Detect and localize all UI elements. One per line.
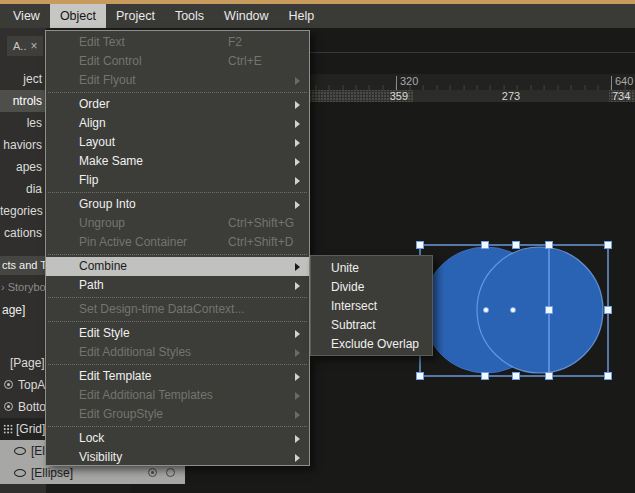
object-menu-item-edit-additional-styles: Edit Additional Styles: [46, 343, 309, 362]
eye-icon[interactable]: [4, 380, 13, 389]
object-dropdown-menu: Edit TextF2Edit ControlCtrl+EEdit Flyout…: [45, 30, 310, 466]
menu-item-label: Flip: [79, 171, 98, 190]
ellipse-shape-2[interactable]: [477, 247, 603, 373]
submenu-arrow-icon: [295, 373, 300, 381]
menubar-item-object[interactable]: Object: [50, 4, 106, 28]
row-toggle-icons: [148, 468, 175, 477]
submenu-arrow-icon: [295, 349, 300, 357]
object-menu-item-edit-text: Edit TextF2: [46, 33, 309, 52]
menubar-item-view[interactable]: View: [3, 4, 50, 28]
object-menu-item-group-into[interactable]: Group Into: [46, 195, 309, 214]
menubar-item-window[interactable]: Window: [214, 4, 278, 28]
assets-panel-tab[interactable]: A.. ×: [7, 36, 43, 56]
menu-item-label: Edit GroupStyle: [79, 405, 163, 424]
menu-item-label: Layout: [79, 133, 115, 152]
combine-submenu-item-intersect[interactable]: Intersect: [311, 297, 432, 316]
menu-item-label: Edit Additional Templates: [79, 386, 213, 405]
combine-submenu-item-exclude-overlap[interactable]: Exclude Overlap: [311, 335, 432, 354]
object-menu-item-layout[interactable]: Layout: [46, 133, 309, 152]
menu-separator: [48, 426, 307, 427]
objects-row-label: [Page]: [10, 352, 45, 374]
object-menu-item-edit-control: Edit ControlCtrl+E: [46, 52, 309, 71]
submenu-arrow-icon: [295, 201, 300, 209]
storyboard-picker[interactable]: › Storybo: [0, 280, 47, 295]
submenu-arrow-icon: [295, 411, 300, 419]
submenu-arrow-icon: [295, 330, 300, 338]
menu-item-label: Edit Flyout: [79, 71, 136, 90]
submenu-arrow-icon: [295, 139, 300, 147]
menubar-item-help[interactable]: Help: [279, 4, 325, 28]
menu-item-shortcut: Ctrl+Shift+D: [228, 233, 293, 252]
menu-item-shortcut: Ctrl+Shift+G: [228, 214, 294, 233]
menu-separator: [48, 254, 307, 255]
object-menu-item-combine[interactable]: Combine: [46, 257, 309, 276]
eye-icon[interactable]: [4, 402, 13, 411]
submenu-arrow-icon: [295, 392, 300, 400]
assets-item-tegories[interactable]: tegories: [0, 200, 46, 222]
submenu-arrow-icon: [295, 263, 300, 271]
menu-item-label: Order: [79, 95, 110, 114]
object-menu-item-path[interactable]: Path: [46, 276, 309, 295]
submenu-arrow-icon: [295, 101, 300, 109]
object-menu-item-lock[interactable]: Lock: [46, 429, 309, 448]
object-menu-item-ungroup: UngroupCtrl+Shift+G: [46, 214, 309, 233]
menu-item-shortcut: F2: [228, 33, 242, 52]
menu-item-label: Edit Template: [79, 367, 152, 386]
assets-item-ntrols[interactable]: ntrols: [0, 90, 46, 112]
menu-item-label: Edit Text: [79, 33, 125, 52]
assets-item-dia[interactable]: dia: [0, 178, 46, 200]
object-menu-item-edit-flyout: Edit Flyout: [46, 71, 309, 90]
object-menu-item-edit-template[interactable]: Edit Template: [46, 367, 309, 386]
menu-item-label: Combine: [79, 257, 127, 276]
object-menu-item-order[interactable]: Order: [46, 95, 309, 114]
menu-separator: [48, 192, 307, 193]
menu-item-label: Path: [79, 276, 104, 295]
menu-item-label: Edit Style: [79, 324, 130, 343]
menu-item-label: Pin Active Container: [79, 233, 187, 252]
menu-separator: [48, 297, 307, 298]
assets-item-cations[interactable]: cations: [0, 222, 46, 244]
dotcircle-icon[interactable]: [148, 468, 157, 477]
assets-category-list: jectntrolsleshaviorsapesdiategoriescatio…: [0, 68, 46, 244]
blend-window: ViewObjectProjectToolsWindowHelp 320 640…: [0, 0, 635, 493]
submenu-arrow-icon: [295, 435, 300, 443]
assets-item-apes[interactable]: apes: [0, 156, 46, 178]
scope-breadcrumb[interactable]: age]: [0, 302, 48, 318]
close-icon[interactable]: ×: [30, 36, 37, 56]
assets-tab-label: A..: [13, 36, 26, 56]
assets-item-haviors[interactable]: haviors: [0, 134, 46, 156]
circle-icon[interactable]: [166, 468, 175, 477]
menu-item-label: Lock: [79, 429, 104, 448]
object-menu-item-make-same[interactable]: Make Same: [46, 152, 309, 171]
menubar-item-project[interactable]: Project: [106, 4, 165, 28]
combine-submenu-item-unite[interactable]: Unite: [311, 259, 432, 278]
submenu-arrow-icon: [295, 77, 300, 85]
menu-item-label: Edit Additional Styles: [79, 343, 191, 362]
object-menu-item-flip[interactable]: Flip: [46, 171, 309, 190]
assets-item-les[interactable]: les: [0, 112, 46, 134]
object-menu-item-edit-style[interactable]: Edit Style: [46, 324, 309, 343]
submenu-arrow-icon: [295, 120, 300, 128]
menu-item-label: Group Into: [79, 195, 136, 214]
menu-item-label: Align: [79, 114, 106, 133]
object-menu-item-edit-additional-templates: Edit Additional Templates: [46, 386, 309, 405]
menu-item-label: Edit Control: [79, 52, 142, 71]
objects-row-label: [Grid]: [16, 418, 45, 440]
assets-item-ject[interactable]: ject: [0, 68, 46, 90]
objects-row-label: Botto: [18, 396, 46, 418]
menu-separator: [48, 364, 307, 365]
menu-item-label: Make Same: [79, 152, 143, 171]
combine-submenu-item-divide[interactable]: Divide: [311, 278, 432, 297]
objects-row-label: [El: [31, 440, 45, 462]
object-menu-item-visibility[interactable]: Visibility: [46, 448, 309, 467]
object-menu-item-set-design-time-datacontext: Set Design-time DataContext...: [46, 300, 309, 319]
combine-submenu-item-subtract[interactable]: Subtract: [311, 316, 432, 335]
object-menu-item-pin-active-container: Pin Active ContainerCtrl+Shift+D: [46, 233, 309, 252]
menubar: ViewObjectProjectToolsWindowHelp: [0, 4, 635, 28]
menubar-item-tools[interactable]: Tools: [165, 4, 214, 28]
submenu-arrow-icon: [295, 177, 300, 185]
grid-icon: [3, 424, 13, 434]
ellipse-icon: [14, 447, 26, 455]
object-menu-item-align[interactable]: Align: [46, 114, 309, 133]
menu-item-shortcut: Ctrl+E: [228, 52, 262, 71]
